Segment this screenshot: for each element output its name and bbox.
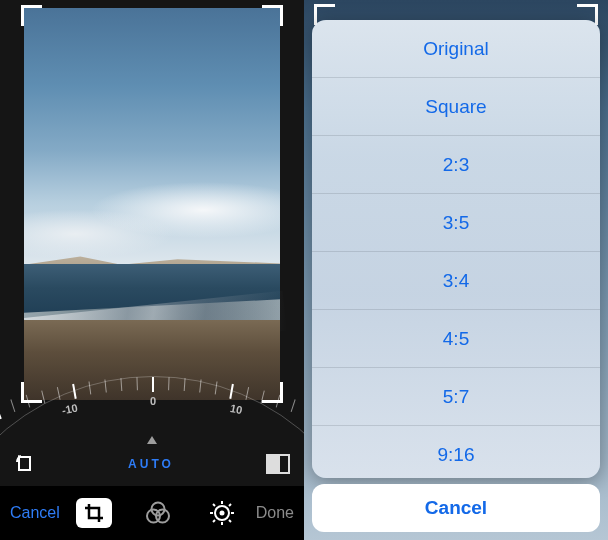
aspect-option[interactable]: Original xyxy=(312,20,600,78)
sheet-cancel-button[interactable]: Cancel xyxy=(312,484,600,532)
crop-handle-tl[interactable] xyxy=(21,5,42,26)
svg-line-13 xyxy=(229,504,231,506)
aspect-option[interactable]: 3:4 xyxy=(312,252,600,310)
aspect-option[interactable]: 4:5 xyxy=(312,310,600,368)
cancel-button[interactable]: Cancel xyxy=(10,504,60,522)
crop-editor: -30-20-100102030 AUTO Cancel xyxy=(0,0,304,540)
crop-handle-tr[interactable] xyxy=(262,5,283,26)
aspect-option[interactable]: 2:3 xyxy=(312,136,600,194)
tool-crop[interactable] xyxy=(76,498,112,528)
bottom-toolbar: Cancel Done xyxy=(0,486,304,540)
svg-point-14 xyxy=(219,511,224,516)
svg-line-11 xyxy=(229,520,231,522)
aspect-option[interactable]: 9:16 xyxy=(312,426,600,478)
tool-adjust[interactable] xyxy=(204,498,240,528)
dial-label: 10 xyxy=(229,402,243,416)
aspect-icon[interactable] xyxy=(266,454,290,474)
svg-line-10 xyxy=(213,504,215,506)
rotate-icon[interactable] xyxy=(14,453,36,475)
aspect-option[interactable]: Square xyxy=(312,78,600,136)
dial-label: 0 xyxy=(150,395,156,407)
auto-button[interactable]: AUTO xyxy=(128,457,174,471)
aspect-option[interactable]: 3:5 xyxy=(312,194,600,252)
svg-rect-1 xyxy=(267,455,280,473)
svg-line-12 xyxy=(213,520,215,522)
dial-pointer xyxy=(147,436,157,444)
dial-label: -10 xyxy=(61,402,79,417)
done-button[interactable]: Done xyxy=(256,504,294,522)
aspect-option[interactable]: 5:7 xyxy=(312,368,600,426)
tool-filters[interactable] xyxy=(140,498,176,528)
aspect-ratio-sheet: OriginalSquare2:33:53:44:55:79:16 xyxy=(312,20,600,478)
crop-area[interactable] xyxy=(24,8,280,400)
